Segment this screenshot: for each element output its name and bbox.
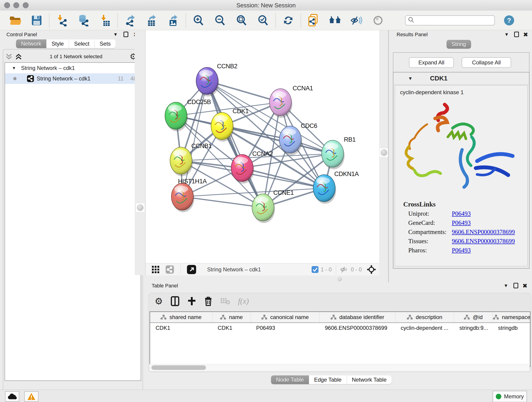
network-node-CDKN1A[interactable]: CDKN1A (313, 171, 359, 204)
network-node-CDC6[interactable]: CDC6 (279, 122, 317, 155)
table-hscrollbar-thumb[interactable] (152, 365, 206, 370)
column-header-6[interactable]: namespace (493, 312, 530, 322)
horizontal-splitter-handle[interactable] (338, 277, 342, 281)
memory-button[interactable]: Memory (493, 391, 527, 402)
crosslinks-title: CrossLinks (403, 201, 527, 208)
open-in-window-icon[interactable] (187, 265, 196, 274)
table-cell[interactable]: CDK1 (150, 323, 212, 333)
crosslink-value[interactable]: P06493 (452, 247, 471, 254)
entry-caret-icon[interactable]: ▼ (408, 76, 413, 81)
edge-HIST1H1A-CCNE1[interactable] (182, 197, 263, 207)
crosslink-value[interactable]: P06493 (452, 219, 471, 226)
zoom-out-button[interactable] (214, 14, 226, 27)
right-splitter-handle[interactable] (379, 148, 389, 157)
tab-edge-table[interactable]: Edge Table (309, 375, 347, 384)
table-hscrollbar[interactable] (150, 364, 530, 371)
crosslink-value[interactable]: 9606.ENSP00000378699 (452, 229, 515, 236)
collapse-all-icon[interactable] (5, 53, 13, 60)
delete-table-icon[interactable] (220, 297, 230, 305)
add-column-icon[interactable] (187, 297, 196, 306)
control-panel-float-icon[interactable] (123, 32, 128, 38)
column-header-1[interactable]: name (212, 312, 251, 322)
import-network-database-button[interactable] (77, 14, 90, 27)
fit-selected-target-icon[interactable] (367, 265, 376, 274)
edge-CCNB2-CCNE1[interactable] (207, 81, 263, 207)
network-node-CDC25B[interactable]: CDC25B (165, 99, 211, 131)
function-builder-icon[interactable]: f(x) (238, 297, 249, 306)
delete-column-icon[interactable] (204, 296, 212, 306)
crosslink-value[interactable]: 9606.ENSP00000378699 (452, 238, 515, 245)
left-splitter-handle[interactable] (135, 203, 145, 212)
results-panel-close-icon[interactable]: ✖ (523, 32, 528, 38)
network-canvas[interactable]: CCNB2CCNA1CDC25BCDK1CDC6RB1CCNB1CCNA2CDK… (145, 30, 379, 263)
column-header-3[interactable]: database identifier (319, 312, 395, 322)
control-panel-collapse-icon[interactable]: ▼ (113, 32, 118, 37)
show-columns-icon[interactable] (171, 296, 179, 306)
network-node-HIST1H1A[interactable]: HIST1H1A (171, 178, 207, 212)
right-splitter[interactable] (379, 30, 388, 282)
import-network-file-button[interactable] (56, 14, 68, 27)
network-collection-row[interactable]: ▼ String Network – cdk1 1 (5, 63, 141, 73)
zoom-fit-button[interactable] (235, 14, 248, 27)
table-tabs: Node Table Edge Table Network Table (271, 375, 392, 384)
table-cell[interactable]: cyclin-dependent ... (395, 323, 454, 333)
collapse-all-button[interactable]: Collapse All (462, 57, 511, 68)
tab-string[interactable]: String (447, 40, 471, 49)
column-header-0[interactable]: shared name (150, 312, 212, 322)
tab-select[interactable]: Select (69, 39, 95, 48)
table-cell[interactable]: CDK1 (212, 323, 251, 333)
cloud-button[interactable] (5, 391, 19, 402)
table-panel-collapse-icon[interactable]: ▼ (504, 283, 508, 288)
tab-network-table[interactable]: Network Table (347, 375, 392, 384)
expand-all-button[interactable]: Expand All (409, 57, 454, 68)
table-cell[interactable]: P06493 (251, 323, 319, 333)
column-header-5[interactable]: @id (454, 312, 493, 322)
export-table-button[interactable] (145, 14, 158, 27)
share-view-icon[interactable] (166, 265, 174, 274)
network-node-CCNB2[interactable]: CCNB2 (196, 63, 237, 96)
table-cell[interactable]: stringdb (493, 323, 530, 333)
search-input[interactable] (405, 15, 495, 26)
gene-entry-header[interactable]: ▼ CDK1 (393, 72, 529, 85)
open-session-button[interactable] (9, 14, 22, 27)
homes-button[interactable] (329, 14, 341, 27)
table-panel-float-icon[interactable] (513, 283, 518, 289)
hidden-eye-icon[interactable] (340, 266, 348, 273)
crosslink-value[interactable]: P06493 (452, 210, 471, 217)
table-gear-icon[interactable]: ⚙ (155, 296, 163, 306)
table-cell[interactable]: 9606.ENSP00000378699 (319, 323, 395, 333)
left-splitter[interactable] (135, 30, 145, 275)
warning-button[interactable] (24, 391, 38, 402)
grid-view-icon[interactable] (152, 265, 160, 274)
tab-sets[interactable]: Sets (95, 39, 116, 48)
string-import-button[interactable] (307, 14, 320, 27)
tab-node-table[interactable]: Node Table (271, 375, 309, 384)
zoom-in-button[interactable] (192, 14, 205, 27)
network-row-selected[interactable]: String Network – cdk1 11 48 (5, 73, 141, 84)
expand-all-icon[interactable] (15, 53, 22, 60)
tab-network[interactable]: Network (16, 39, 46, 48)
tab-style[interactable]: Style (46, 39, 69, 48)
import-table-button[interactable] (99, 14, 111, 27)
table-row[interactable]: CDK1CDK1P064939606.ENSP00000378699cyclin… (150, 323, 530, 333)
results-panel-collapse-icon[interactable]: ▼ (504, 32, 509, 37)
tree-caret-icon[interactable]: ▼ (12, 66, 16, 70)
help-button[interactable]: ? (503, 14, 515, 27)
export-image-button[interactable] (167, 14, 180, 27)
layout-refresh-button[interactable] (282, 14, 295, 27)
save-session-button[interactable] (30, 14, 43, 27)
results-panel-float-icon[interactable] (514, 32, 519, 38)
network-node-RB1[interactable]: RB1 (322, 136, 355, 169)
network-node-CCNE1[interactable]: CCNE1 (252, 189, 294, 223)
column-header-4[interactable]: description (395, 312, 454, 322)
table-cell[interactable]: stringdb:9... (454, 323, 493, 333)
column-header-2[interactable]: canonical name (251, 312, 319, 322)
hide-selected-button[interactable] (350, 14, 363, 27)
zoom-selected-button[interactable] (257, 14, 269, 27)
network-node-CDK1[interactable]: CDK1 (211, 108, 249, 142)
table-panel-close-icon[interactable]: ✖ (522, 283, 527, 289)
selected-checkbox-icon[interactable] (312, 266, 318, 273)
zoom-out-icon (214, 15, 226, 26)
graphics-detail-button[interactable] (372, 14, 385, 27)
export-network-button[interactable] (124, 14, 137, 27)
